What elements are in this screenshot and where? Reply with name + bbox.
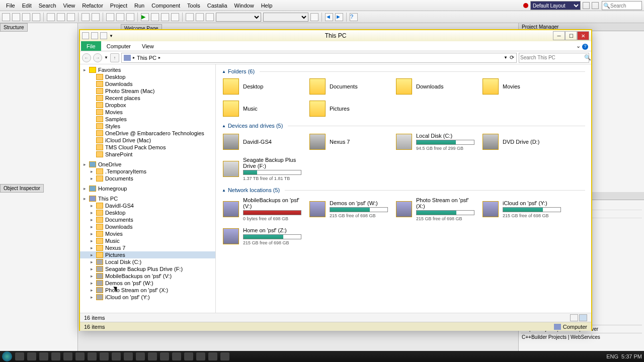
expand-icon[interactable]: ▸ xyxy=(89,231,94,236)
expand-icon[interactable]: ▸ xyxy=(89,176,94,181)
tray-time[interactable]: 5:37 PM xyxy=(621,353,642,359)
structure-tab[interactable]: Structure xyxy=(0,23,28,32)
saveall-icon[interactable] xyxy=(32,13,40,21)
expand-icon[interactable]: ▸ xyxy=(89,295,94,300)
paste-icon[interactable] xyxy=(67,13,75,21)
device-tile[interactable]: DVD Drive (D:) xyxy=(481,132,562,152)
object-inspector-tab[interactable]: Object Inspector xyxy=(0,184,44,193)
section-header[interactable]: ▲Network locations (5) xyxy=(222,187,585,193)
pause-icon[interactable] xyxy=(161,13,169,21)
layout-btn2-icon[interactable] xyxy=(592,2,599,9)
menu-window[interactable]: Window xyxy=(231,2,257,10)
taskbar-app-7[interactable] xyxy=(88,352,97,360)
nav-item-music[interactable]: ▸Music xyxy=(80,237,215,244)
nav-back-icon[interactable]: ◄ xyxy=(325,13,333,21)
step3-icon[interactable] xyxy=(206,13,214,21)
nav-item-movies[interactable]: Movies xyxy=(80,109,215,116)
taskbar-app-11[interactable] xyxy=(136,352,145,360)
nav-item-demos-on-psf-w-[interactable]: ▸Demos on 'psf' (W:) xyxy=(80,280,215,287)
nav-item-sharepoint[interactable]: SharePoint xyxy=(80,151,215,158)
menu-refactor[interactable]: Refactor xyxy=(79,2,106,10)
menu-project[interactable]: Project xyxy=(107,2,130,10)
layout-btn-icon[interactable] xyxy=(583,2,590,9)
ide-search-input[interactable] xyxy=(610,3,640,9)
content-pane[interactable]: ▲Folders (6)DesktopDocumentsDownloadsMov… xyxy=(216,64,591,313)
search-input[interactable] xyxy=(520,55,584,60)
expand-icon[interactable]: ▸ xyxy=(89,245,94,250)
device-tile[interactable]: Local Disk (C:)94.5 GB free of 299 GB xyxy=(395,132,475,152)
nav-item-dropbox[interactable]: Dropbox xyxy=(80,102,215,109)
help-icon[interactable]: ? xyxy=(350,13,358,21)
view2-icon[interactable] xyxy=(116,13,124,21)
close-button[interactable]: ✕ xyxy=(577,31,589,40)
breadcrumb[interactable]: ▸ This PC ▸ ▼ ⟳ xyxy=(121,53,517,63)
step2-icon[interactable] xyxy=(196,13,204,21)
collapse-icon[interactable]: ▲ xyxy=(222,188,226,193)
run-icon[interactable]: ▶ xyxy=(141,13,149,21)
nav-item-styles[interactable]: Styles xyxy=(80,123,215,130)
nav-up-button[interactable]: ↑ xyxy=(110,53,119,62)
taskbar-app-6[interactable] xyxy=(75,352,85,360)
menu-castalia[interactable]: Castalia xyxy=(204,2,230,10)
nav-pane[interactable]: ▸FavoritesDesktopDownloadsPhoto Stream (… xyxy=(80,64,216,313)
taskbar-app-14[interactable] xyxy=(172,352,181,360)
expand-icon[interactable]: ▸ xyxy=(89,281,94,286)
network-tile[interactable]: MobileBackups on 'psf' (V:)0 bytes free … xyxy=(222,196,302,222)
nav-item-desktop[interactable]: Desktop xyxy=(80,73,215,80)
expand-icon[interactable]: ▸ xyxy=(89,252,94,257)
collapse-icon[interactable]: ▲ xyxy=(222,69,226,74)
collapse-icon[interactable]: ▲ xyxy=(222,124,226,128)
folder-tile-downloads[interactable]: Downloads xyxy=(395,77,475,96)
network-tile[interactable]: Demos on 'psf' (W:)215 GB free of 698 GB xyxy=(308,196,389,222)
tab-file[interactable]: File xyxy=(81,41,101,51)
minimize-button[interactable]: ─ xyxy=(553,31,565,40)
nav-item-onedrive[interactable]: ▸OneDrive xyxy=(80,161,215,168)
expand-icon[interactable]: ▸ xyxy=(89,224,94,229)
nav-item-favorites[interactable]: ▸Favorites xyxy=(80,66,215,73)
project-group[interactable]: C++Builder Projects | WebServices xyxy=(521,333,642,341)
menu-view[interactable]: View xyxy=(60,2,78,10)
taskbar-app-9[interactable] xyxy=(112,352,121,360)
nav-item-movies[interactable]: ▸Movies xyxy=(80,230,215,237)
folder-tile-desktop[interactable]: Desktop xyxy=(222,77,302,96)
nav-item-samples[interactable]: Samples xyxy=(80,116,215,123)
view1-icon[interactable] xyxy=(106,13,114,21)
taskbar-app-15[interactable] xyxy=(184,352,193,360)
menu-search[interactable]: Search xyxy=(36,2,59,10)
taskbar-app-8[interactable] xyxy=(100,352,109,360)
network-tile[interactable]: iCloud on 'psf' (Y:)215 GB free of 698 G… xyxy=(481,196,562,222)
nav-item-homegroup[interactable]: ▸Homegroup xyxy=(80,185,215,192)
search-box[interactable]: 🔍 xyxy=(519,53,589,63)
taskbar-app-3[interactable] xyxy=(39,352,48,360)
platform-selector[interactable] xyxy=(263,13,308,22)
taskbar[interactable]: ENG 5:37 PM xyxy=(0,351,644,362)
tray-lang[interactable]: ENG xyxy=(606,353,618,359)
expand-icon[interactable]: ▸ xyxy=(82,162,87,167)
nav-item-local-disk-c-[interactable]: ▸Local Disk (C:) xyxy=(80,258,215,265)
nav-item-icloud-on-psf-y-[interactable]: ▸iCloud on 'psf' (Y:) xyxy=(80,294,215,301)
run-dropdown-icon[interactable] xyxy=(151,13,159,21)
folder-tile-pictures[interactable]: Pictures xyxy=(308,100,389,118)
nav-item-downloads[interactable]: ▸Downloads xyxy=(80,223,215,230)
expand-icon[interactable]: ▸ xyxy=(82,196,87,201)
nav-item-mobilebackups-on-psf-v-[interactable]: ▸MobileBackups on 'psf' (V:) xyxy=(80,273,215,280)
taskbar-app-10[interactable] xyxy=(124,352,133,360)
network-tile[interactable]: Home on 'psf' (Z:)215 GB free of 698 GB xyxy=(222,226,302,246)
view-tiles-icon[interactable] xyxy=(579,314,587,321)
nav-fwd-icon[interactable]: ► xyxy=(335,13,343,21)
section-header[interactable]: ▲Devices and drives (5) xyxy=(222,123,585,129)
view3-icon[interactable] xyxy=(126,13,134,21)
expand-icon[interactable]: ▸ xyxy=(89,217,94,222)
taskbar-app-1[interactable] xyxy=(15,352,24,360)
expand-icon[interactable]: ▸ xyxy=(89,169,94,174)
undo-icon[interactable] xyxy=(82,13,90,21)
qat-properties-icon[interactable] xyxy=(91,32,98,39)
network-tile[interactable]: Photo Stream on 'psf' (X:)215 GB free of… xyxy=(395,196,475,222)
nav-item-nexus-7[interactable]: ▸Nexus 7 xyxy=(80,244,215,251)
qat-newfolder-icon[interactable] xyxy=(100,32,107,39)
expand-icon[interactable]: ▸ xyxy=(89,203,94,208)
folder-tile-movies[interactable]: Movies xyxy=(481,77,562,96)
open-icon[interactable] xyxy=(12,13,20,21)
nav-item--temporaryitems[interactable]: ▸.TemporaryItems xyxy=(80,168,215,175)
step1-icon[interactable] xyxy=(186,13,194,21)
